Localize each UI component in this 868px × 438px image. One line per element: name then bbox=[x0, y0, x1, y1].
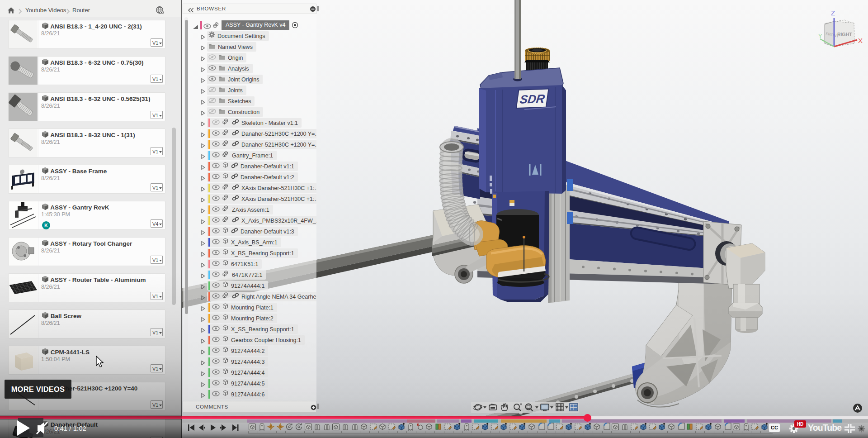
svg-text:Y: Y bbox=[818, 33, 822, 39]
svg-text:SDR: SDR bbox=[519, 92, 546, 106]
svg-text:RIGHT: RIGHT bbox=[837, 32, 852, 37]
svg-text:0:41 / 1:02: 0:41 / 1:02 bbox=[54, 424, 86, 432]
svg-text:X: X bbox=[858, 37, 863, 44]
svg-text:HD: HD bbox=[797, 422, 803, 427]
svg-text:Z: Z bbox=[831, 9, 835, 17]
